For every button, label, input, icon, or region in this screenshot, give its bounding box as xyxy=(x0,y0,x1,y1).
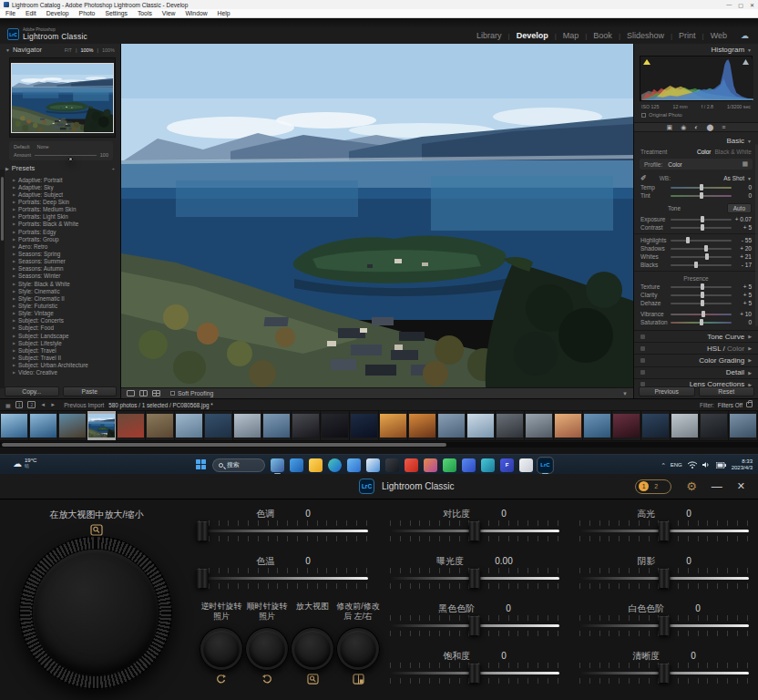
controller-slider-track[interactable] xyxy=(199,577,368,580)
compare-view-icon[interactable] xyxy=(152,390,160,396)
preset-item[interactable]: ▶Adaptive: Subject xyxy=(13,190,120,198)
knob-rotate-ccw[interactable]: 逆时针旋转 照片 xyxy=(199,602,244,685)
filter-value[interactable]: Filters Off xyxy=(718,402,743,408)
filmstrip-thumb-19[interactable] xyxy=(525,411,553,440)
volume-icon[interactable] xyxy=(702,461,711,468)
close-button[interactable]: ✕ xyxy=(750,2,754,8)
slider-track[interactable] xyxy=(671,219,732,221)
slider-tint[interactable]: Tint0 xyxy=(634,191,758,200)
filmstrip-thumb-11[interactable] xyxy=(292,411,320,440)
module-develop[interactable]: Develop xyxy=(510,31,555,40)
crop-tool-icon[interactable]: ▣ xyxy=(667,124,673,131)
preset-item[interactable]: ▶Portraits: Medium Skin xyxy=(13,206,120,213)
clock[interactable]: 8:33 2023/4/3 xyxy=(732,458,753,471)
settings-gear-icon[interactable]: ⚙ xyxy=(686,480,697,492)
filmstrip-thumb-2[interactable] xyxy=(29,411,57,440)
controller-slider-曝光度[interactable]: 曝光度0.00 xyxy=(390,554,559,602)
copy-button[interactable]: Copy... xyxy=(5,386,59,396)
preset-item[interactable]: ▶Subject: Travel xyxy=(13,346,120,354)
preset-item[interactable]: ▶Style: Black & White xyxy=(13,280,120,287)
edge-browser[interactable] xyxy=(328,458,342,472)
file-explorer[interactable] xyxy=(309,458,323,472)
wb-eyedropper-icon[interactable]: ✐ xyxy=(640,174,647,182)
main-dial[interactable] xyxy=(19,536,172,689)
controller-slider-handle[interactable] xyxy=(659,616,671,635)
preset-item[interactable]: ▶Portraits: Black & White xyxy=(13,221,120,228)
slider-contrast[interactable]: Contrast+ 5 xyxy=(634,223,758,232)
menu-file[interactable]: File xyxy=(5,10,15,16)
slider-track[interactable] xyxy=(671,248,732,250)
slider-exposure[interactable]: Exposure+ 0.07 xyxy=(634,215,758,223)
filmstrip-thumb-24[interactable] xyxy=(671,411,699,440)
slider-track[interactable] xyxy=(671,256,732,258)
controller-slider-饱和度[interactable]: 饱和度0 xyxy=(390,649,559,696)
preset-item[interactable]: ▶Seasons: Summer xyxy=(13,258,120,265)
slider-saturation[interactable]: Saturation0 xyxy=(634,318,758,326)
expand-triangle-icon[interactable]: ▶ xyxy=(748,357,752,363)
filmstrip-thumb-8[interactable] xyxy=(204,411,232,440)
slider-track[interactable] xyxy=(671,286,732,288)
language-indicator[interactable]: ENG xyxy=(671,462,682,468)
slider-blacks[interactable]: Blacks- 17 xyxy=(634,261,758,269)
photos-app[interactable] xyxy=(271,458,284,472)
controller-slider-对比度[interactable]: 对比度0 xyxy=(390,507,559,554)
preset-item[interactable]: ▶Subject: Urban Architecture xyxy=(13,362,120,369)
preset-item[interactable]: ▶Style: Cinematic xyxy=(13,287,120,294)
source-breadcrumb[interactable]: Previous Import xyxy=(64,402,104,408)
f-app[interactable]: F xyxy=(500,458,514,472)
filmstrip-scrollbar[interactable] xyxy=(0,442,758,448)
navigator-header[interactable]: ▼ Navigator FIT|100%|100% xyxy=(0,44,120,56)
minimize-button[interactable]: — xyxy=(726,2,732,8)
mail-app[interactable] xyxy=(366,458,380,472)
controller-slider-handle[interactable] xyxy=(469,664,481,683)
slider-highlights[interactable]: Highlights- 55 xyxy=(634,236,758,244)
slider-track[interactable] xyxy=(671,303,732,304)
module-book[interactable]: Book xyxy=(587,31,619,40)
controller-slider-handle[interactable] xyxy=(196,521,208,540)
expand-triangle-icon[interactable]: ▶ xyxy=(748,334,752,339)
monitor-1-icon[interactable]: 1 xyxy=(15,401,24,408)
filmstrip-thumb-15[interactable] xyxy=(408,411,436,440)
controller-slider-handle[interactable] xyxy=(469,616,481,635)
panel-hsl-[interactable]: HSL / Color▶ xyxy=(634,342,758,354)
module-library[interactable]: Library xyxy=(470,31,508,40)
cloud-sync-icon[interactable]: ☁ xyxy=(741,31,749,40)
slider-thumb[interactable] xyxy=(702,311,705,317)
panel-tone-curve[interactable]: Tone Curve▶ xyxy=(634,330,758,342)
menu-window[interactable]: Window xyxy=(185,10,207,16)
preset-item[interactable]: ▶Seasons: Autumn xyxy=(13,265,120,273)
heal-tool-icon[interactable]: ◉ xyxy=(681,124,686,131)
filmstrip-thumb-18[interactable] xyxy=(496,411,524,440)
basic-header[interactable]: Basic ▼ xyxy=(634,135,758,147)
filmstrip-thumb-14[interactable] xyxy=(379,411,407,440)
add-preset-button[interactable]: + xyxy=(112,166,115,171)
preset-item[interactable]: ▶Adaptive: Sky xyxy=(13,183,120,190)
slider-thumb[interactable] xyxy=(686,237,690,243)
grid-view-icon[interactable]: ▦ xyxy=(5,402,11,408)
mask-tool-icon[interactable]: ⬤ xyxy=(707,124,714,131)
menu-develop[interactable]: Develop xyxy=(46,10,69,16)
slider-temp[interactable]: Temp0 xyxy=(634,183,758,191)
menu-edit[interactable]: Edit xyxy=(26,10,36,16)
filmstrip-thumb-1[interactable] xyxy=(0,411,28,440)
preset-item[interactable]: ▶Subject: Lifestyle xyxy=(13,339,120,346)
lightroom-classic-app[interactable]: LrC xyxy=(538,458,552,472)
filmstrip-thumb-10[interactable] xyxy=(262,411,291,440)
preset-item[interactable]: ▶Video: Creative xyxy=(13,369,120,376)
terminal-app[interactable] xyxy=(385,458,399,472)
preset-item[interactable]: ▶Style: Cinematic II xyxy=(13,294,120,302)
reset-button[interactable]: Reset xyxy=(699,386,755,396)
soft-proofing-toggle[interactable]: Soft Proofing xyxy=(170,390,213,396)
panel-detail[interactable]: Detail▶ xyxy=(634,366,758,378)
filmstrip-thumb-22[interactable] xyxy=(612,411,640,440)
preset-item[interactable]: ▶Subject: Food xyxy=(13,324,120,332)
filmstrip-thumb-9[interactable] xyxy=(233,411,261,440)
knob-rotate-cw[interactable]: 顺时针旋转 照片 xyxy=(244,602,290,685)
profile-1-badge[interactable]: 1 xyxy=(639,481,649,491)
before-after-view-icon[interactable] xyxy=(139,390,148,396)
treatment-bw-option[interactable]: Black & White xyxy=(715,149,752,155)
presets-scrollbar[interactable] xyxy=(0,170,5,388)
search-box[interactable]: 搜索 xyxy=(212,458,265,472)
filmstrip-thumb-16[interactable] xyxy=(437,411,466,440)
monitor-2-icon[interactable]: 2 xyxy=(27,401,36,408)
